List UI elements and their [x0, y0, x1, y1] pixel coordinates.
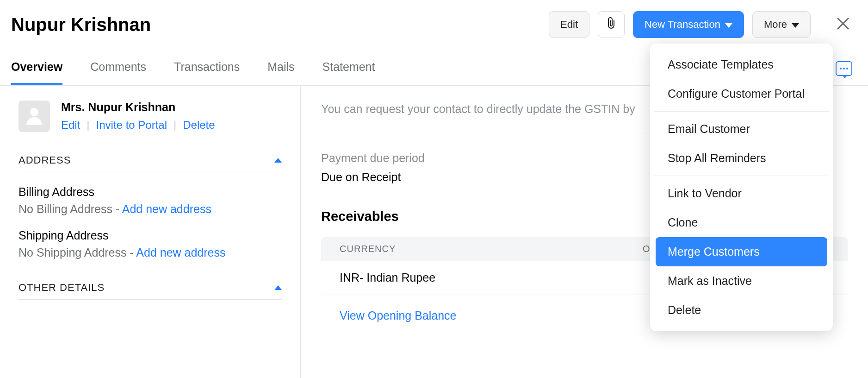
header-actions: Edit New Transaction More — [549, 11, 850, 38]
person-name: Mrs. Nupur Krishnan — [61, 101, 215, 114]
billing-address-label: Billing Address — [19, 185, 282, 199]
other-details-title: OTHER DETAILS — [19, 282, 105, 294]
tab-mails[interactable]: Mails — [267, 49, 294, 85]
overview-sidebar: Mrs. Nupur Krishnan Edit | Invite to Por… — [0, 86, 301, 378]
more-menu-item[interactable]: Link to Vendor — [656, 179, 827, 208]
page-header: Nupur Krishnan Edit New Transaction More — [0, 0, 868, 49]
more-dropdown: Associate TemplatesConfigure Customer Po… — [650, 44, 833, 331]
avatar — [19, 101, 50, 132]
person-row: Mrs. Nupur Krishnan Edit | Invite to Por… — [19, 101, 282, 132]
svg-point-2 — [30, 108, 38, 116]
menu-separator — [654, 111, 829, 112]
person-delete-link[interactable]: Delete — [183, 119, 215, 132]
address-section-title: ADDRESS — [19, 154, 71, 166]
more-menu-item[interactable]: Email Customer — [656, 114, 827, 144]
other-details-section-header[interactable]: OTHER DETAILS — [19, 282, 282, 300]
chevron-down-icon — [725, 19, 732, 31]
tab-overview[interactable]: Overview — [11, 49, 62, 85]
new-transaction-label: New Transaction — [645, 19, 720, 31]
customer-name: Nupur Krishnan — [11, 14, 549, 35]
shipping-address-value: No Shipping Address - Add new address — [19, 246, 282, 259]
more-menu-item[interactable]: Delete — [656, 296, 827, 325]
billing-add-link[interactable]: Add new address — [122, 202, 211, 215]
more-menu-item[interactable]: Clone — [656, 208, 827, 237]
shipping-add-link[interactable]: Add new address — [136, 246, 225, 259]
address-section-header[interactable]: ADDRESS — [19, 154, 282, 172]
tab-transactions[interactable]: Transactions — [174, 49, 240, 85]
separator: | — [87, 119, 89, 132]
tab-statement[interactable]: Statement — [322, 49, 375, 85]
billing-address-text: No Billing Address - — [19, 202, 122, 215]
attach-button[interactable] — [598, 11, 625, 38]
more-menu-item[interactable]: Merge Customers — [656, 237, 827, 266]
person-edit-link[interactable]: Edit — [61, 119, 80, 132]
menu-separator — [654, 176, 829, 176]
more-menu-item[interactable]: Associate Templates — [656, 50, 827, 79]
more-button[interactable]: More — [752, 11, 811, 38]
col-currency-header: CURRENCY — [340, 244, 534, 254]
chevron-up-icon — [274, 284, 282, 292]
close-button[interactable] — [836, 16, 850, 33]
invite-portal-link[interactable]: Invite to Portal — [96, 119, 167, 132]
shipping-address-label: Shipping Address — [19, 229, 282, 242]
chevron-up-icon — [274, 156, 282, 164]
person-info: Mrs. Nupur Krishnan Edit | Invite to Por… — [61, 101, 215, 132]
more-menu-item[interactable]: Configure Customer Portal — [656, 79, 827, 108]
new-transaction-button[interactable]: New Transaction — [633, 11, 744, 38]
person-links: Edit | Invite to Portal | Delete — [61, 119, 215, 132]
separator: | — [174, 119, 176, 132]
more-menu-item[interactable]: Mark as Inactive — [656, 266, 827, 296]
close-icon — [836, 16, 850, 33]
chat-icon[interactable] — [836, 61, 852, 76]
shipping-address-text: No Shipping Address - — [19, 246, 136, 259]
person-icon — [24, 105, 45, 128]
chevron-down-icon — [792, 19, 799, 31]
more-label: More — [764, 19, 787, 31]
tab-comments[interactable]: Comments — [90, 49, 146, 85]
edit-button[interactable]: Edit — [549, 11, 589, 38]
more-menu-item[interactable]: Stop All Reminders — [656, 144, 827, 173]
billing-address-value: No Billing Address - Add new address — [19, 202, 282, 216]
paperclip-icon — [606, 17, 617, 32]
row-currency: INR- Indian Rupee — [340, 271, 534, 284]
